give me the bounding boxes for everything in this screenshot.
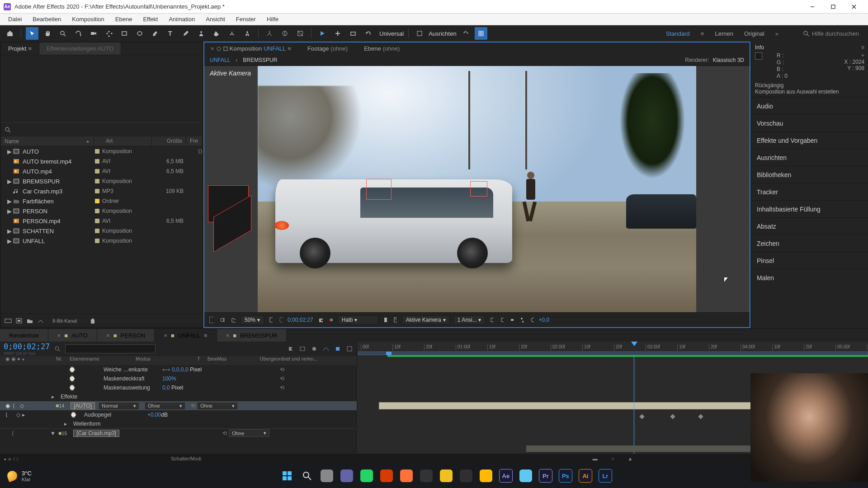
snap-options-icon[interactable]: [459, 27, 472, 40]
tab-effect-controls[interactable]: Effekteinstellungen AUTO: [39, 42, 121, 55]
view-dropdown[interactable]: Aktive Kamera▾: [402, 315, 450, 324]
selection-tool[interactable]: [26, 27, 38, 40]
menu-hilfe[interactable]: Hilfe: [261, 16, 284, 23]
taskbar-premiere[interactable]: Pr: [538, 468, 554, 484]
taskbar-firefox[interactable]: [398, 468, 415, 484]
new-adjustment-icon[interactable]: [37, 318, 44, 324]
home-tool[interactable]: [4, 27, 16, 40]
fast-preview-icon[interactable]: [499, 317, 505, 323]
add-vertex-tool[interactable]: [331, 27, 344, 40]
snapshot-icon[interactable]: [317, 317, 324, 323]
comp-flowchart-icon[interactable]: [519, 317, 525, 323]
tab-project[interactable]: Projekt≡: [1, 42, 39, 55]
convert-tool[interactable]: [347, 27, 359, 40]
taskbar-illustrator[interactable]: Ai: [577, 468, 594, 484]
project-item-2[interactable]: AUTO.mp4AVI6,5 MB: [1, 166, 203, 176]
panel-section-effekte-und-vorgaben[interactable]: Effekte und Vorgaben: [751, 131, 868, 149]
project-item-5[interactable]: ▶FarbflächenOrdner: [1, 196, 203, 206]
breadcrumb-bremsspur[interactable]: BREMSSPUR: [243, 57, 277, 63]
shy-icon[interactable]: [287, 345, 294, 352]
timeline-tab-person[interactable]: ×■PERSON: [97, 329, 155, 342]
graph-editor-icon[interactable]: [322, 345, 330, 352]
timeline-tab-renderliste[interactable]: Renderliste: [0, 329, 48, 342]
trash-icon[interactable]: [90, 318, 96, 324]
hand-tool[interactable]: [41, 27, 54, 40]
layer-14[interactable]: ◉⟨◇ ■ 14 [AUTO] Normal▾ Ohne▾ ⟲ Ohne▾: [0, 401, 357, 410]
menu-fenster[interactable]: Fenster: [231, 16, 261, 23]
timeline-tab-bremsspur[interactable]: ×■BREMSSPUR: [217, 329, 287, 342]
camera-tool[interactable]: [87, 27, 100, 40]
help-search[interactable]: Hilfe durchsuchen: [812, 30, 859, 37]
panel-section-bibliotheken[interactable]: Bibliotheken: [751, 166, 868, 183]
workspace-overflow-icon[interactable]: »: [775, 30, 778, 37]
exposure-icon[interactable]: [528, 317, 535, 323]
alpha-icon[interactable]: [208, 317, 215, 323]
tab-layer[interactable]: Ebene(ohne): [361, 45, 402, 52]
renderer-value[interactable]: Klassisch 3D: [713, 57, 744, 63]
viewer-time[interactable]: 0;00;02;27: [288, 317, 313, 323]
exposure-value[interactable]: +0,0: [538, 317, 549, 323]
taskbar-whatsapp[interactable]: [359, 468, 375, 484]
resolution-dropdown[interactable]: Halb▾: [338, 315, 378, 324]
workspace-menu-icon[interactable]: ≡: [701, 30, 704, 37]
timeline-tab-auto[interactable]: ×■AUTO: [48, 329, 97, 342]
pan-behind-tool[interactable]: [103, 27, 115, 40]
brush-tool[interactable]: [179, 27, 192, 40]
prop-expansion[interactable]: ⌚ Maskenausweitung 0,0 Pixel ⟲: [0, 383, 357, 392]
timeline-search[interactable]: [65, 344, 156, 353]
prop-opacity[interactable]: ⌚ Maskendeckkraft 100% ⟲: [0, 374, 357, 383]
panel-section-pinsel[interactable]: Pinsel: [751, 252, 868, 269]
close-button[interactable]: [844, 0, 864, 14]
world-axis-tool[interactable]: [278, 27, 291, 40]
menu-effekt[interactable]: Effekt: [137, 16, 163, 23]
menu-komposition[interactable]: Komposition: [66, 16, 110, 23]
effects-group[interactable]: ▸ Effekte: [0, 392, 357, 401]
layer-15[interactable]: ⟨ ▼ ■ 15 [Car Crash.mp3] ⟲ Ohne▾: [0, 428, 357, 437]
menu-bearbeiten[interactable]: Bearbeiten: [27, 16, 66, 23]
rotate-tool[interactable]: [72, 27, 85, 40]
roto-tool[interactable]: [226, 27, 238, 40]
minimize-button[interactable]: [802, 0, 823, 14]
taskbar-calc[interactable]: [438, 468, 454, 484]
text-tool[interactable]: T: [164, 27, 177, 40]
views-count-dropdown[interactable]: 1 Ansi...▾: [453, 315, 486, 324]
mask-icon[interactable]: [230, 317, 237, 323]
tab-composition[interactable]: × KompositionUNFALL≡: [208, 45, 294, 52]
clone-tool[interactable]: [195, 27, 208, 40]
panel-section-vorschau[interactable]: Vorschau: [751, 114, 868, 131]
timeline-icon[interactable]: [509, 317, 515, 323]
panel-section-zeichen[interactable]: Zeichen: [751, 235, 868, 252]
project-item-7[interactable]: PERSON.mp4AVI6,5 MB: [1, 216, 203, 226]
panel-section-inhaltsbasierte-füllung[interactable]: Inhaltsbasierte Füllung: [751, 200, 868, 217]
roi-icon[interactable]: [278, 317, 284, 323]
timeline-ruler[interactable]: 00f10f20f01:00f10f20f02:00f10f20f03:00f1…: [357, 342, 868, 356]
project-item-6[interactable]: ▶PERSONKomposition: [1, 206, 203, 216]
refresh-tool[interactable]: [362, 27, 375, 40]
breadcrumb-unfall[interactable]: UNFALL: [210, 57, 230, 63]
timeline-tab-unfall[interactable]: ×■UNFALL≡: [155, 329, 217, 342]
new-comp-icon[interactable]: [15, 318, 23, 324]
menu-datei[interactable]: Datei: [3, 16, 27, 23]
eraser-tool[interactable]: [210, 27, 223, 40]
project-item-1[interactable]: AUTO bremst.mp4AVI6,5 MB: [1, 156, 203, 166]
zoom-tool[interactable]: [57, 27, 69, 40]
workspace-original[interactable]: Original: [744, 30, 764, 37]
taskbar-ae[interactable]: Ae: [498, 468, 514, 484]
menu-animation[interactable]: Animation: [163, 16, 200, 23]
project-item-0[interactable]: ▶AUTOKomposition⟨⟩: [1, 146, 203, 156]
taskbar-teams[interactable]: [339, 468, 355, 484]
puppet-tool[interactable]: [241, 27, 254, 40]
bit-depth-label[interactable]: 8-Bit-Kanal: [52, 318, 77, 324]
taskbar-figma[interactable]: [418, 468, 434, 484]
taskbar-photoshop[interactable]: Ps: [557, 468, 574, 484]
toggle-switches[interactable]: Schalter/Modi: [171, 456, 201, 461]
transparency-icon[interactable]: [382, 317, 388, 323]
snap-grid-icon[interactable]: [475, 27, 487, 40]
workspace-lernen[interactable]: Lernen: [715, 30, 733, 37]
frame-blend-icon[interactable]: [299, 345, 306, 352]
taskbar-search[interactable]: [299, 468, 315, 484]
project-item-4[interactable]: Car Crash.mp3MP3109 KB: [1, 186, 203, 196]
interpret-footage-icon[interactable]: [5, 318, 12, 324]
panel-section-tracker[interactable]: Tracker: [751, 183, 868, 200]
taskbar-obs[interactable]: [458, 468, 474, 484]
